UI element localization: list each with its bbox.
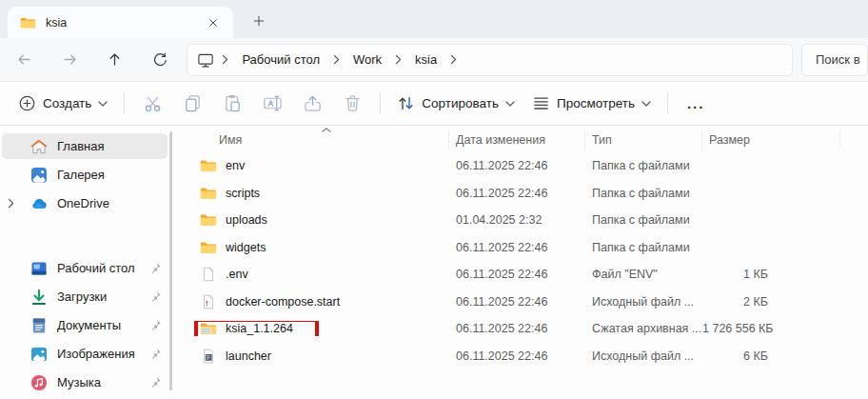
breadcrumb[interactable]: Рабочий стол Work ksia (187, 44, 793, 76)
table-row[interactable]: ! docker-compose.start 06.11.2025 22:46 … (181, 289, 868, 316)
folder-icon (200, 186, 217, 201)
search-input[interactable] (801, 44, 868, 76)
sidebar-item-music[interactable]: Музыка (2, 369, 168, 395)
onedrive-icon (30, 195, 48, 212)
column-header-date[interactable]: Дата изменения (449, 130, 585, 150)
rename-button[interactable] (252, 88, 292, 120)
share-button[interactable] (292, 88, 332, 120)
file-date-modified: 06.11.2025 22:46 (449, 187, 585, 200)
file-name: env (226, 159, 245, 172)
music-icon (30, 374, 48, 391)
file-name: widgets (226, 241, 266, 254)
sidebar: Главная Галерея OneDrive Рабочий стол За… (0, 126, 181, 398)
sidebar-scrollbar[interactable] (169, 131, 172, 390)
back-button[interactable] (6, 44, 44, 76)
file-type: Исходный файл ... (585, 349, 702, 363)
copy-button[interactable] (172, 88, 212, 120)
sidebar-item-onedrive[interactable]: OneDrive (2, 190, 168, 216)
new-button-label: Создать (43, 96, 91, 110)
chevron-right-icon (448, 54, 459, 65)
refresh-button[interactable] (142, 44, 180, 76)
paste-button[interactable] (212, 88, 252, 120)
table-row[interactable]: env 06.11.2025 22:46 Папка с файлами (181, 152, 868, 180)
sidebar-item-label: Музыка (57, 375, 101, 389)
this-pc-icon[interactable] (197, 52, 216, 68)
sidebar-item-documents[interactable]: Документы (2, 312, 168, 338)
new-tab-button[interactable] (247, 9, 271, 33)
file-name: .env (226, 268, 248, 281)
up-button[interactable] (96, 44, 134, 76)
file-type: Исходный файл ... (585, 295, 702, 309)
tab-ksia[interactable]: ksia (8, 7, 233, 38)
file-date-modified: 01.04.2025 2:32 (449, 213, 585, 227)
table-row[interactable]: scripts 06.11.2025 22:46 Папка с файлами (181, 180, 868, 208)
column-header-name[interactable]: Имя (181, 130, 449, 150)
file-script-icon (200, 349, 217, 364)
documents-icon (30, 317, 48, 334)
table-row[interactable]: launcher 06.11.2025 22:46 Исходный файл … (181, 343, 868, 370)
breadcrumb-desktop[interactable]: Рабочий стол (234, 50, 327, 70)
file-type: Папка с файлами (585, 187, 702, 200)
chevron-down-icon (505, 101, 515, 107)
folder-icon (200, 212, 217, 228)
sidebar-item-home[interactable]: Главная (2, 133, 168, 159)
sidebar-item-label: Загрузки (57, 289, 107, 304)
forward-button[interactable] (51, 44, 89, 76)
cut-button[interactable] (132, 88, 172, 120)
file-type: Файл "ENV" (585, 268, 702, 281)
sort-button-label: Сортировать (422, 96, 499, 110)
view-button-label: Просмотреть (557, 96, 635, 110)
command-toolbar: Создать Сортировать Просмотреть ... (0, 82, 868, 126)
file-date-modified: 06.11.2025 22:46 (449, 295, 585, 309)
new-button[interactable]: Создать (10, 88, 116, 120)
tab-close-button[interactable] (203, 12, 224, 33)
table-row[interactable]: uploads 01.04.2025 2:32 Папка с файлами (181, 207, 868, 234)
sidebar-item-label: Рабочий стол (57, 261, 135, 275)
sidebar-item-label: Главная (57, 139, 104, 153)
navigation-bar: Рабочий стол Work ksia (0, 38, 868, 82)
file-size: 6 КБ (702, 349, 840, 363)
tab-title: ksia (46, 16, 67, 30)
pin-icon (149, 348, 162, 360)
desktop-icon (30, 260, 48, 277)
folder-icon (200, 240, 217, 255)
table-row[interactable]: ksia_1.1.264 06.11.2025 22:46 Сжатая арх… (181, 315, 868, 343)
zip-folder-icon (200, 321, 217, 336)
table-row[interactable]: widgets 06.11.2025 22:46 Папка с файлами (181, 234, 868, 262)
chevron-right-icon (331, 54, 342, 65)
home-icon (30, 138, 48, 155)
more-options-button[interactable]: ... (676, 95, 717, 111)
file-name: ksia_1.1.264 (226, 322, 293, 335)
file-type: Папка с файлами (585, 213, 702, 227)
toolbar-divider (380, 92, 381, 114)
breadcrumb-ksia[interactable]: ksia (407, 50, 444, 70)
sidebar-item-pictures[interactable]: Изображения (2, 341, 168, 367)
sidebar-item-label: Галерея (57, 168, 105, 182)
file-exclaim-icon: ! (200, 294, 217, 309)
chevron-expand-icon[interactable] (8, 198, 14, 209)
toolbar-divider (667, 92, 668, 114)
view-button[interactable]: Просмотреть (523, 88, 660, 120)
delete-button[interactable] (332, 88, 372, 120)
gallery-icon (30, 167, 48, 184)
pictures-icon (30, 346, 48, 363)
column-header-type[interactable]: Тип (585, 130, 702, 150)
file-size: 1 726 556 КБ (702, 322, 840, 335)
downloads-icon (30, 289, 48, 306)
table-row[interactable]: .env 06.11.2025 22:46 Файл "ENV" 1 КБ (181, 261, 868, 289)
tab-bar: ksia (0, 0, 868, 38)
column-header-size[interactable]: Размер (702, 130, 840, 150)
sidebar-item-label: Изображения (57, 347, 135, 361)
sidebar-item-desktop[interactable]: Рабочий стол (2, 255, 168, 281)
file-size: 1 КБ (702, 268, 840, 281)
sort-button[interactable]: Сортировать (388, 88, 523, 120)
chevron-down-icon (98, 101, 108, 107)
chevron-right-icon (220, 54, 230, 65)
file-date-modified: 06.11.2025 22:46 (449, 349, 585, 363)
breadcrumb-work[interactable]: Work (345, 50, 389, 70)
svg-text:!: ! (206, 298, 208, 307)
sidebar-item-downloads[interactable]: Загрузки (2, 284, 168, 309)
column-header-row: Имя Дата изменения Тип Размер (181, 128, 868, 152)
content-area: Главная Галерея OneDrive Рабочий стол За… (0, 126, 868, 398)
sidebar-item-gallery[interactable]: Галерея (2, 162, 168, 188)
